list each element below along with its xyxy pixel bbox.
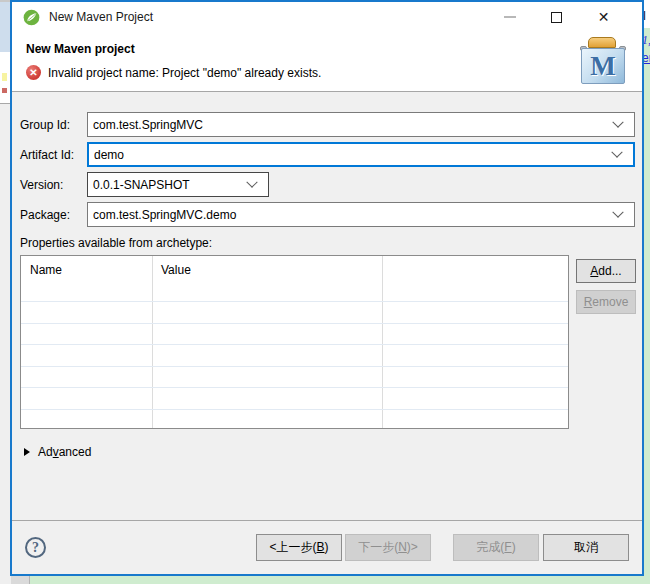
window-controls: ✕ [486,4,627,30]
advanced-label-post: anced [59,445,92,459]
next-label-post: )> [407,540,418,554]
next-label-pre: 下一步( [358,540,398,554]
finish-label-mnemonic: F [504,540,511,554]
row-divider [21,323,569,324]
next-label-mnemonic: N [398,540,407,554]
maven-icon-body: M [581,48,625,84]
remove-button-mnemonic: R [584,295,593,309]
row-divider [21,409,569,410]
back-button[interactable]: <上一步(B) [256,534,342,561]
artifact-id-label: Artifact Id: [20,148,87,162]
column-header-value[interactable]: Value [161,263,191,277]
background-link-text: er [643,51,650,65]
error-banner: ✕ Invalid project name: Project "demo" a… [26,65,321,80]
finish-label-post: ) [512,540,516,554]
finish-button[interactable]: 完成(F) [453,534,539,561]
package-combo[interactable] [87,202,635,227]
advanced-expander[interactable]: Advanced [20,445,635,459]
help-button[interactable]: ? [25,537,46,558]
collapsed-triangle-icon [24,448,30,456]
spring-leaf-icon [23,9,40,26]
back-label-pre: <上一步( [269,540,316,554]
button-bar: ? <上一步(B) 下一步(N)> 完成(F) 取消 [12,520,642,574]
background-number-text: 1, [643,33,650,48]
maven-icon: M [578,37,628,87]
help-icon: ? [32,540,39,556]
error-message: Invalid project name: Project "demo" alr… [48,66,321,80]
title-bar: New Maven Project ✕ [12,2,642,32]
row-divider [21,344,569,345]
version-input[interactable] [88,173,248,196]
table-side-buttons: Add... Remove [576,255,636,314]
row-divider [21,366,569,367]
error-icon: ✕ [26,65,41,80]
package-input[interactable] [88,203,614,226]
artifact-id-input[interactable] [89,144,613,165]
wizard-body: Group Id: Artifact Id: Version: Package: [12,92,642,520]
back-label-mnemonic: B [317,540,325,554]
maven-icon-lid [588,37,616,48]
group-id-row: Group Id: [20,112,635,137]
artifact-id-row: Artifact Id: [20,142,635,167]
chevron-down-icon[interactable] [612,206,623,217]
column-header-name[interactable]: Name [30,263,62,277]
maven-icon-letter: M [590,51,615,82]
group-id-combo[interactable] [87,112,635,137]
background-bottom-strip [11,576,650,584]
package-label: Package: [20,208,87,222]
advanced-label-pre: Ad [38,445,53,459]
background-editor-green [643,28,650,584]
maximize-icon [551,12,562,23]
chevron-down-icon[interactable] [246,176,257,187]
new-maven-project-dialog: New Maven Project ✕ New Maven project ✕ … [10,0,644,576]
window-title: New Maven Project [49,10,153,24]
annotation-mark-yellow [2,73,7,81]
cancel-button[interactable]: 取消 [543,534,629,561]
advanced-label: Advanced [38,445,91,459]
version-row: Version: [20,172,635,197]
version-label: Version: [20,178,87,192]
chevron-down-icon[interactable] [611,146,622,157]
properties-caption: Properties available from archetype: [20,236,635,250]
add-button[interactable]: Add... [576,259,636,283]
close-icon: ✕ [598,10,610,24]
properties-table[interactable]: Name Value [20,255,569,429]
group-id-input[interactable] [88,113,614,136]
remove-button[interactable]: Remove [576,290,636,314]
annotation-mark-red [2,88,7,93]
row-divider [21,301,569,302]
next-button[interactable]: 下一步(N)> [345,534,431,561]
add-button-label: dd... [598,264,621,278]
row-divider [21,387,569,388]
wizard-header: New Maven project ✕ Invalid project name… [12,32,642,92]
chevron-down-icon[interactable] [612,116,623,127]
minimize-button[interactable] [486,4,533,30]
background-bottom-box [11,576,30,584]
group-id-label: Group Id: [20,118,87,132]
column-divider [152,256,153,428]
maximize-button[interactable] [533,4,580,30]
version-combo[interactable] [87,172,269,197]
remove-button-label: emove [592,295,628,309]
back-label-post: ) [325,540,329,554]
properties-area: Name Value Add... Remove [20,255,635,429]
close-button[interactable]: ✕ [580,4,627,30]
artifact-id-combo[interactable] [87,142,635,167]
minimize-icon [504,16,516,18]
finish-label-pre: 完成( [476,540,504,554]
package-row: Package: [20,202,635,227]
column-divider [382,256,383,428]
page-title: New Maven project [26,42,135,56]
background-right-strip: l 1, er [643,0,650,584]
